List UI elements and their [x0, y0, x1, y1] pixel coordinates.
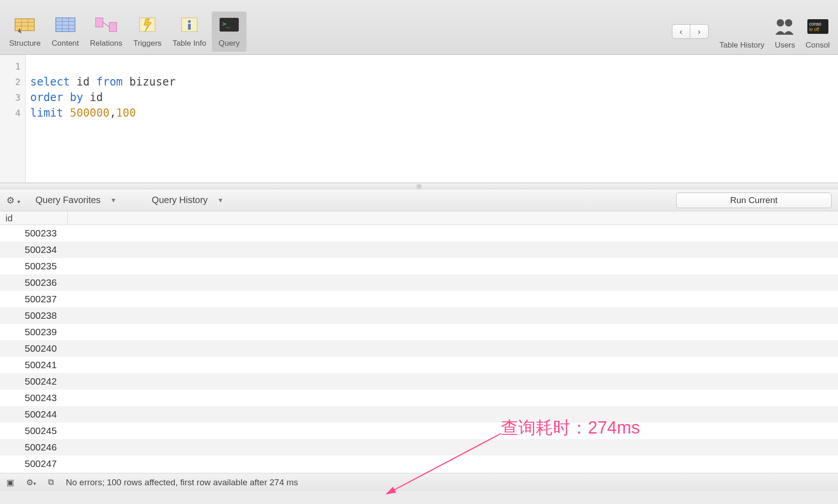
content-icon: [54, 15, 77, 34]
table-row[interactable]: 500244: [0, 406, 838, 423]
tab-label: Query: [219, 39, 240, 48]
sql-editor[interactable]: 1234 select id from bizuserorder by idli…: [0, 55, 838, 183]
tab-label: Table Info: [172, 39, 206, 48]
toolbar-label: Users: [775, 41, 795, 50]
table-row[interactable]: 500234: [0, 241, 838, 258]
tab-structure[interactable]: Structure: [4, 11, 46, 52]
svg-text:>_: >_: [222, 20, 230, 28]
grip-icon: [416, 183, 422, 189]
tab-triggers[interactable]: Triggers: [128, 11, 167, 52]
query-history-label: Query History: [152, 195, 208, 205]
toolbar-right: ‹ › Table HistoryUsersconsole offConsol: [672, 15, 834, 52]
line-number: 3: [0, 90, 25, 105]
table-row[interactable]: 500243: [0, 390, 838, 406]
tab-query[interactable]: >_Query: [212, 11, 247, 52]
svg-text:conso: conso: [809, 21, 822, 27]
gear-icon[interactable]: ⚙︎ ▾: [6, 195, 20, 206]
table-row[interactable]: 500240: [0, 340, 838, 357]
panel-toggle-icon[interactable]: ▣: [6, 477, 14, 488]
query-toolbar: ⚙︎ ▾ Query Favorites ▾ Query History ▾ R…: [0, 189, 838, 211]
svg-text:le off: le off: [809, 27, 819, 32]
console-icon: console off: [806, 17, 829, 36]
copy-icon[interactable]: ⧉: [48, 477, 54, 487]
status-bar: ▣ ⚙︎▾ ⧉ No errors; 100 rows affected, fi…: [0, 473, 838, 491]
chevron-down-icon: ▾: [112, 196, 115, 204]
svg-rect-0: [15, 19, 34, 31]
svg-rect-5: [56, 18, 75, 32]
status-text: No errors; 100 rows affected, first row …: [66, 477, 298, 488]
code-line: select id from bizuser: [30, 74, 833, 90]
tab-label: Triggers: [133, 39, 161, 48]
tab-label: Relations: [90, 39, 123, 48]
users-icon: [774, 17, 796, 36]
code-line: limit 500000,100: [30, 105, 833, 121]
table-row[interactable]: 500235: [0, 258, 838, 274]
tab-label: Content: [52, 39, 79, 48]
code-line: order by id: [30, 90, 833, 105]
line-number: 4: [0, 105, 25, 121]
toolbar-label: Table History: [720, 41, 764, 50]
relations-icon: [94, 15, 118, 34]
toolbar-console-button[interactable]: console offConsol: [801, 15, 834, 52]
tab-content[interactable]: Content: [46, 11, 85, 52]
toolbar-table-history-button[interactable]: Table History: [715, 15, 769, 52]
nav-forward-button[interactable]: ›: [690, 24, 709, 39]
table-row[interactable]: 500242: [0, 373, 838, 390]
code-line: [30, 59, 833, 74]
svg-point-19: [777, 19, 784, 27]
results-table: id 5002335002345002355002365002375002385…: [0, 211, 838, 473]
query-favorites-menu[interactable]: Query Favorites ▾: [36, 195, 115, 205]
table-history-icon: [731, 17, 753, 36]
annotation-label: 查询耗时：274ms: [501, 416, 640, 440]
table-row[interactable]: 500239: [0, 324, 838, 340]
structure-icon: [13, 15, 37, 34]
query-favorites-label: Query Favorites: [36, 195, 101, 205]
column-header-id[interactable]: id: [0, 211, 68, 225]
nav-arrow-group: ‹ ›: [672, 24, 709, 39]
query-history-menu[interactable]: Query History ▾: [152, 195, 222, 205]
chevron-down-icon: ▾: [219, 196, 222, 204]
svg-rect-12: [109, 22, 117, 32]
toolbar-label: Consol: [806, 41, 830, 50]
table-row[interactable]: 500238: [0, 307, 838, 324]
svg-rect-11: [96, 18, 103, 27]
svg-rect-16: [188, 24, 191, 30]
gear-icon[interactable]: ⚙︎▾: [26, 477, 36, 488]
code-area[interactable]: select id from bizuserorder by idlimit 5…: [26, 55, 838, 182]
table-row[interactable]: 500247: [0, 456, 838, 472]
tab-label: Structure: [9, 39, 41, 48]
table-header: id: [0, 211, 838, 225]
svg-point-15: [188, 20, 191, 23]
table-row[interactable]: 500241: [0, 357, 838, 373]
tab-group: StructureContentRelationsTriggersTable I…: [4, 11, 247, 52]
toolbar-users-button[interactable]: Users: [769, 15, 801, 52]
nav-back-button[interactable]: ‹: [672, 24, 690, 39]
tab-tableinfo[interactable]: Table Info: [167, 11, 212, 52]
split-handle[interactable]: [0, 183, 838, 189]
table-row[interactable]: 500236: [0, 274, 838, 291]
svg-point-20: [785, 19, 792, 27]
main-toolbar: StructureContentRelationsTriggersTable I…: [0, 0, 838, 55]
line-number: 2: [0, 74, 25, 90]
line-number-gutter: 1234: [0, 55, 26, 182]
table-row[interactable]: 500245: [0, 423, 838, 439]
tab-relations[interactable]: Relations: [85, 11, 128, 52]
table-row[interactable]: 500246: [0, 439, 838, 456]
tableinfo-icon: [177, 15, 201, 34]
query-icon: >_: [217, 15, 241, 34]
line-number: 1: [0, 59, 25, 74]
run-current-button[interactable]: Run Current: [676, 193, 832, 208]
table-row[interactable]: 500233: [0, 225, 838, 241]
table-row[interactable]: 500237: [0, 291, 838, 307]
triggers-icon: [135, 15, 159, 34]
